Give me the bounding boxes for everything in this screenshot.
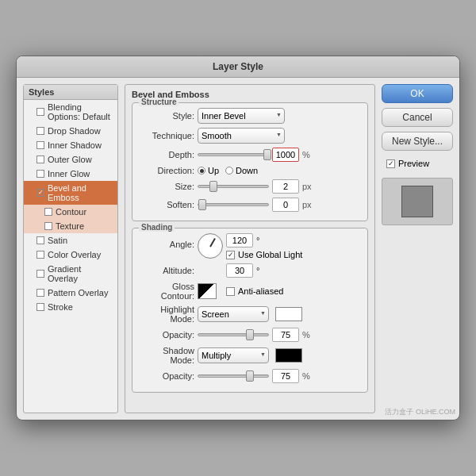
highlight-opacity-thumb[interactable]	[246, 329, 254, 340]
sidebar-header: Styles	[24, 85, 117, 100]
size-input[interactable]	[272, 179, 299, 194]
highlight-opacity-label: Opacity:	[139, 330, 194, 340]
angle-dial[interactable]	[198, 233, 223, 259]
sidebar-item-texture[interactable]: Texture	[24, 219, 117, 233]
direction-label: Direction:	[139, 166, 194, 175]
anti-aliased-checkbox[interactable]	[226, 287, 235, 296]
altitude-unit: °	[256, 266, 259, 275]
direction-down-label: Down	[236, 166, 258, 175]
sidebar: Styles Blending Options: Default Drop Sh…	[23, 84, 118, 413]
size-slider[interactable]	[198, 185, 269, 188]
shadow-mode-select[interactable]: Multiply	[198, 347, 269, 363]
inner-glow-checkbox[interactable]	[36, 170, 44, 178]
shadow-opacity-slider[interactable]	[198, 374, 269, 378]
technique-select[interactable]: Smooth	[198, 128, 285, 144]
shadow-color-swatch[interactable]	[275, 348, 302, 363]
highlight-opacity-row: Opacity: %	[139, 328, 361, 342]
stroke-checkbox[interactable]	[36, 303, 44, 311]
highlight-opacity-input[interactable]	[272, 328, 299, 342]
sidebar-item-pattern-overlay[interactable]: Pattern Overlay	[24, 286, 117, 300]
right-panel: OK Cancel New Style... Preview	[382, 84, 453, 413]
angle-input[interactable]	[226, 233, 253, 248]
direction-up-label: Up	[208, 166, 219, 175]
direction-row: Direction: Up Down	[139, 166, 361, 175]
sidebar-item-stroke[interactable]: Stroke	[24, 300, 117, 314]
style-row: Style: Inner Bevel	[139, 108, 361, 124]
satin-checkbox[interactable]	[36, 236, 44, 244]
soften-label: Soften:	[139, 200, 194, 209]
preview-label: Preview	[398, 159, 429, 168]
drop-shadow-checkbox[interactable]	[36, 127, 44, 135]
size-thumb[interactable]	[209, 181, 217, 192]
direction-down-radio[interactable]	[225, 167, 233, 175]
size-label: Size:	[139, 182, 194, 191]
soften-row: Soften: px	[139, 198, 361, 212]
anti-aliased-row: Anti-aliased	[226, 286, 283, 296]
pattern-overlay-checkbox[interactable]	[36, 289, 44, 297]
sidebar-item-blending[interactable]: Blending Options: Default	[24, 100, 117, 124]
sidebar-item-contour[interactable]: Contour	[24, 205, 117, 219]
sidebar-item-inner-glow[interactable]: Inner Glow	[24, 167, 117, 181]
highlight-opacity-unit: %	[302, 330, 310, 340]
technique-select-wrapper: Smooth	[198, 128, 285, 144]
highlight-mode-row: Highlight Mode: Screen	[139, 305, 361, 324]
sidebar-item-color-overlay[interactable]: Color Overlay	[24, 248, 117, 262]
preview-checkbox[interactable]	[386, 159, 395, 168]
sidebar-item-drop-shadow[interactable]: Drop Shadow	[24, 124, 117, 138]
shadow-opacity-input[interactable]	[272, 369, 299, 383]
highlight-mode-label: Highlight Mode:	[139, 305, 194, 324]
gloss-contour-preview[interactable]	[198, 283, 217, 299]
technique-row: Technique: Smooth	[139, 128, 361, 144]
direction-down-item[interactable]: Down	[225, 166, 258, 175]
style-select[interactable]: Inner Bevel	[198, 108, 285, 124]
gloss-contour-row: Gloss Contour: Anti-aliased	[139, 282, 361, 301]
highlight-mode-select-wrapper: Screen	[198, 306, 269, 322]
shadow-mode-label: Shadow Mode:	[139, 346, 194, 365]
depth-unit: %	[302, 150, 310, 159]
style-label: Style:	[139, 111, 194, 121]
depth-input[interactable]	[272, 148, 299, 162]
bevel-emboss-checkbox[interactable]	[36, 189, 44, 197]
direction-radio-group: Up Down	[198, 166, 258, 175]
anti-aliased-label: Anti-aliased	[238, 286, 283, 296]
new-style-button[interactable]: New Style...	[382, 132, 453, 151]
angle-row: Angle: ° Use Global Light	[139, 233, 361, 259]
shadow-mode-row: Shadow Mode: Multiply	[139, 346, 361, 365]
cancel-button[interactable]: Cancel	[382, 108, 453, 127]
outer-glow-checkbox[interactable]	[36, 155, 44, 163]
style-select-wrapper: Inner Bevel	[198, 108, 285, 124]
sidebar-item-gradient-overlay[interactable]: Gradient Overlay	[24, 262, 117, 286]
sidebar-item-bevel-emboss[interactable]: Bevel and Emboss	[24, 181, 117, 205]
depth-thumb[interactable]	[263, 149, 271, 160]
soften-input[interactable]	[272, 198, 299, 212]
blending-checkbox[interactable]	[36, 108, 44, 116]
altitude-input[interactable]	[226, 263, 253, 278]
depth-slider[interactable]	[198, 153, 269, 156]
global-light-label: Use Global Light	[238, 250, 302, 259]
shadow-opacity-label: Opacity:	[139, 371, 194, 381]
direction-up-radio[interactable]	[198, 167, 205, 175]
size-unit: px	[302, 182, 312, 191]
sidebar-item-inner-shadow[interactable]: Inner Shadow	[24, 138, 117, 152]
highlight-mode-select[interactable]: Screen	[198, 306, 269, 322]
contour-checkbox[interactable]	[44, 208, 52, 216]
preview-box	[382, 178, 453, 225]
soften-slider[interactable]	[198, 203, 269, 206]
sidebar-item-satin[interactable]: Satin	[24, 233, 117, 248]
structure-group: Structure Style: Inner Bevel Technique:	[132, 102, 368, 221]
highlight-color-swatch[interactable]	[275, 307, 302, 321]
direction-up-item[interactable]: Up	[198, 166, 219, 175]
texture-checkbox[interactable]	[44, 222, 52, 230]
gradient-overlay-checkbox[interactable]	[36, 270, 44, 278]
highlight-opacity-slider[interactable]	[198, 333, 269, 336]
ok-button[interactable]: OK	[382, 84, 453, 103]
shadow-opacity-thumb[interactable]	[246, 370, 254, 382]
sidebar-item-outer-glow[interactable]: Outer Glow	[24, 152, 117, 167]
soften-thumb[interactable]	[198, 199, 206, 210]
global-light-checkbox[interactable]	[226, 251, 235, 259]
inner-shadow-checkbox[interactable]	[36, 141, 44, 149]
shadow-opacity-row: Opacity: %	[139, 369, 361, 383]
color-overlay-checkbox[interactable]	[36, 251, 44, 259]
gloss-contour-label: Gloss Contour:	[139, 282, 194, 301]
structure-label: Structure	[139, 98, 178, 106]
